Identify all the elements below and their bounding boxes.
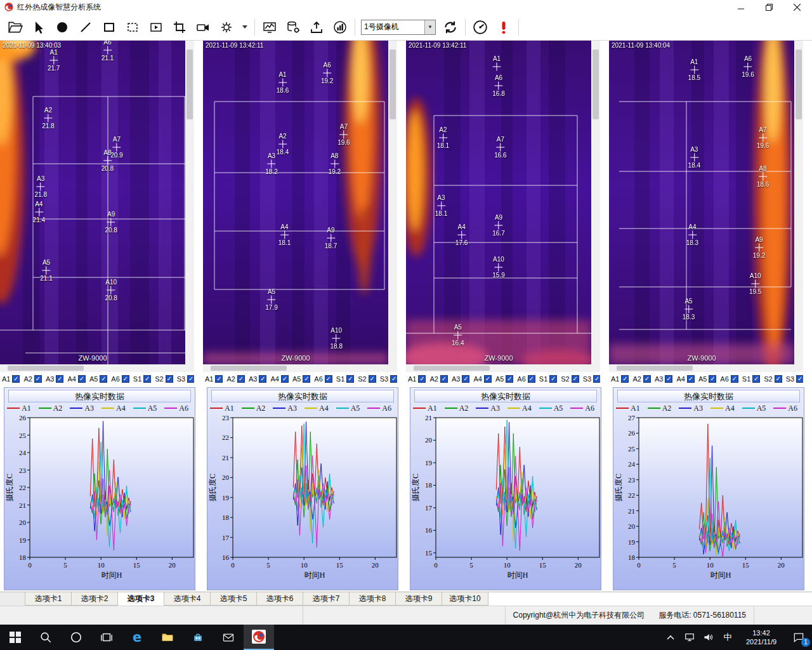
checkbox-icon[interactable]: ✓ [593,375,600,383]
video-camera-button[interactable] [194,18,212,36]
checkbox-icon[interactable]: ✓ [259,375,266,383]
point-toggle-A3[interactable]: A3✓ [655,375,672,383]
checkbox-icon[interactable]: ✓ [166,375,173,383]
checkbox-icon[interactable]: ✓ [528,375,535,383]
checkbox-icon[interactable]: ✓ [462,375,469,383]
checkbox-icon[interactable]: ✓ [237,375,245,383]
checkbox-icon[interactable]: ✓ [187,375,194,383]
search-button[interactable] [30,625,61,650]
point-toggle-A6[interactable]: A6✓ [111,375,129,383]
horizontal-scrollbar[interactable] [406,364,591,372]
checkbox-icon[interactable]: ✓ [687,375,695,383]
point-toggle-A4[interactable]: A4✓ [676,375,694,383]
checkbox-icon[interactable]: ✓ [572,375,579,383]
media-play-button[interactable] [147,18,165,36]
checkbox-icon[interactable]: ✓ [215,375,223,383]
thermal-image[interactable]: 2021-11-09 13:42:11 A1A616.8A218.1A716.6… [406,41,591,364]
vertical-scrollbar[interactable] [185,41,194,364]
checkbox-icon[interactable]: ✓ [143,375,151,383]
chevron-down-icon[interactable]: ▼ [424,20,435,34]
checkbox-icon[interactable]: ✓ [665,375,672,383]
point-toggle-S2[interactable]: S2✓ [358,375,376,383]
draw-rect-button[interactable] [100,18,118,36]
checkbox-icon[interactable]: ✓ [346,375,354,383]
point-toggle-A3[interactable]: A3✓ [46,375,63,383]
checkbox-icon[interactable]: ✓ [325,375,332,383]
thermal-app-taskbar-button[interactable] [244,625,274,650]
thermal-image[interactable]: 2021-11-09 13:40:03 A121.7A621.1A221.8A7… [0,41,185,364]
point-toggle-A5[interactable]: A5✓ [89,375,107,383]
close-button[interactable] [783,0,811,14]
store-button[interactable] [183,625,213,650]
point-toggle-S3[interactable]: S3✓ [786,375,803,383]
point-toggle-A2[interactable]: A2✓ [632,375,650,383]
checkbox-icon[interactable]: ✓ [731,375,738,383]
tab-选项卡1[interactable]: 选项卡1 [25,592,72,606]
point-toggle-A1[interactable]: A1✓ [205,375,223,383]
tab-选项卡6[interactable]: 选项卡6 [257,592,303,606]
taskbar-clock[interactable]: 13:42 2021/11/9 [737,625,785,650]
database-config-button[interactable] [284,18,302,36]
settings-gear-button[interactable] [218,18,235,36]
tab-选项卡2[interactable]: 选项卡2 [72,592,118,606]
horizontal-scrollbar[interactable] [0,364,185,372]
point-toggle-A5[interactable]: A5✓ [698,375,716,383]
select-region-button[interactable] [124,18,141,36]
checkbox-icon[interactable]: ✓ [752,375,760,383]
point-toggle-A1[interactable]: A1✓ [408,375,426,383]
tab-选项卡3[interactable]: 选项卡3 [118,592,164,606]
notification-center-button[interactable]: 1 [785,625,812,650]
checkbox-icon[interactable]: ✓ [281,375,289,383]
checkbox-icon[interactable]: ✓ [709,375,716,383]
checkbox-icon[interactable]: ✓ [775,375,782,383]
network-icon[interactable] [680,625,699,650]
checkbox-icon[interactable]: ✓ [303,375,310,383]
stop-alert-button[interactable] [495,18,513,36]
point-toggle-A2[interactable]: A2✓ [429,375,447,383]
checkbox-icon[interactable]: ✓ [621,375,629,383]
tab-选项卡10[interactable]: 选项卡10 [442,592,488,606]
point-toggle-A3[interactable]: A3✓ [452,375,469,383]
checkbox-icon[interactable]: ✓ [56,375,63,383]
point-toggle-S2[interactable]: S2✓ [764,375,782,383]
start-button[interactable] [0,625,30,650]
checkbox-icon[interactable]: ✓ [369,375,376,383]
export-upload-button[interactable] [308,18,325,36]
point-toggle-A5[interactable]: A5✓ [495,375,513,383]
signal-stats-button[interactable] [331,18,349,36]
minimize-button[interactable] [727,0,755,14]
point-toggle-A2[interactable]: A2✓ [23,375,41,383]
point-toggle-S1[interactable]: S1✓ [336,375,354,383]
hidden-icons-chevron[interactable] [661,625,680,650]
tab-选项卡9[interactable]: 选项卡9 [396,592,442,606]
point-toggle-S3[interactable]: S3✓ [583,375,600,383]
thermal-image[interactable]: 2021-11-09 13:42:11 A118.6A619.2A218.4A7… [203,41,388,364]
tab-选项卡8[interactable]: 选项卡8 [350,592,396,606]
checkbox-icon[interactable]: ✓ [643,375,651,383]
checkbox-icon[interactable]: ✓ [506,375,513,383]
point-toggle-A4[interactable]: A4✓ [67,375,85,383]
settings-dropdown-button[interactable] [241,18,249,36]
checkbox-icon[interactable]: ✓ [440,375,448,383]
checkbox-icon[interactable]: ✓ [122,375,129,383]
checkbox-icon[interactable]: ✓ [796,375,803,383]
point-toggle-A1[interactable]: A1✓ [611,375,629,383]
point-toggle-S1[interactable]: S1✓ [742,375,760,383]
tab-选项卡4[interactable]: 选项卡4 [164,592,211,606]
tab-选项卡5[interactable]: 选项卡5 [211,592,257,606]
point-toggle-A1[interactable]: A1✓ [2,375,20,383]
point-toggle-S2[interactable]: S2✓ [155,375,173,383]
point-toggle-A4[interactable]: A4✓ [270,375,288,383]
edge-browser-button[interactable]: e [122,625,152,650]
draw-line-button[interactable] [77,18,95,36]
checkbox-icon[interactable]: ✓ [390,375,397,383]
gauge-button[interactable] [471,18,489,36]
checkbox-icon[interactable]: ✓ [484,375,492,383]
ime-indicator[interactable]: 中 [718,625,737,650]
point-toggle-A3[interactable]: A3✓ [249,375,266,383]
point-toggle-S3[interactable]: S3✓ [177,375,194,383]
file-explorer-button[interactable] [152,625,183,650]
cortana-button[interactable] [61,625,91,650]
checkbox-icon[interactable]: ✓ [549,375,557,383]
point-toggle-S2[interactable]: S2✓ [561,375,579,383]
